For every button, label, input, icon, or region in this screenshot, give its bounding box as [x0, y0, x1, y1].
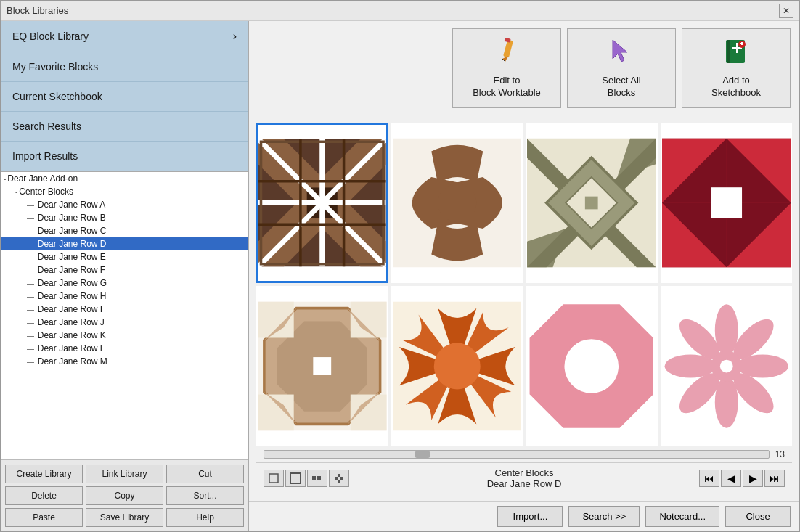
tree-item-row-d[interactable]: — Dear Jane Row D: [1, 237, 248, 250]
sidebar-item-label: EQ Block Library: [12, 30, 89, 42]
tree-item-dear-jane-addon[interactable]: - Dear Jane Add-on: [1, 172, 248, 185]
sidebar-item-search-results[interactable]: Search Results: [1, 112, 248, 142]
expand-icon: —: [27, 306, 36, 314]
block-cell-3[interactable]: [526, 123, 658, 283]
scrollbar-track[interactable]: [264, 450, 770, 459]
block-cell-8[interactable]: [661, 286, 793, 446]
tree-item-label: Dear Jane Row E: [38, 252, 106, 262]
svg-rect-0: [503, 39, 513, 57]
expand-icon: —: [27, 227, 36, 235]
nav-prev-button[interactable]: ◀: [721, 470, 741, 487]
search-button[interactable]: Search >>: [568, 506, 640, 527]
sidebar-tree: - Dear Jane Add-on- Center Blocks— Dear …: [1, 171, 248, 459]
sidebar-item-label: Import Results: [12, 150, 78, 162]
cut-button[interactable]: Cut: [166, 465, 244, 483]
svg-rect-86: [338, 480, 340, 483]
nav-last-button[interactable]: ⏭: [764, 470, 785, 487]
scrollbar-thumb[interactable]: [415, 451, 430, 458]
link-library-button[interactable]: Link Library: [86, 465, 163, 483]
bottom-bar: Import... Search >> Notecard... Close: [249, 501, 799, 531]
view-info-row: Center Blocks Dear Jane Row D ⏮ ◀ ▶ ⏭: [256, 462, 792, 494]
import-button[interactable]: Import...: [497, 506, 563, 527]
help-button[interactable]: Help: [166, 508, 244, 527]
delete-button[interactable]: Delete: [5, 486, 83, 505]
block-cell-5[interactable]: [256, 286, 388, 446]
tree-item-row-i[interactable]: — Dear Jane Row I: [1, 303, 248, 316]
create-library-button[interactable]: Create Library: [5, 465, 83, 483]
titlebar: Block Libraries ✕: [1, 1, 799, 21]
tree-item-label: Dear Jane Row D: [38, 239, 107, 249]
tree-item-label: Dear Jane Row G: [38, 278, 107, 288]
svg-rect-8: [736, 43, 738, 53]
view-xlarge-button[interactable]: [329, 470, 349, 487]
tree-item-row-l[interactable]: — Dear Jane Row L: [1, 342, 248, 355]
save-library-button[interactable]: Save Library: [86, 508, 163, 527]
sort-button[interactable]: Sort...: [166, 486, 244, 505]
view-large-button[interactable]: [307, 470, 327, 487]
block-cell-1[interactable]: [256, 123, 388, 283]
tree-item-label: Dear Jane Row K: [38, 330, 106, 340]
tree-item-row-e[interactable]: — Dear Jane Row E: [1, 250, 248, 263]
pencil-icon: [492, 37, 521, 70]
tree-item-label: Dear Jane Row A: [38, 200, 105, 210]
block-grid: [256, 123, 792, 446]
svg-rect-80: [290, 473, 301, 483]
expand-icon: —: [27, 240, 36, 248]
block-category: Center Blocks: [355, 467, 693, 478]
sidebar-item-current-sketchbook[interactable]: Current Sketchbook: [1, 82, 248, 112]
view-size-buttons: [264, 470, 349, 487]
tree-item-row-h[interactable]: — Dear Jane Row H: [1, 290, 248, 303]
svg-rect-81: [312, 476, 316, 480]
tree-item-row-m[interactable]: — Dear Jane Row M: [1, 355, 248, 368]
close-button[interactable]: Close: [725, 506, 791, 527]
page-number: 13: [775, 449, 785, 459]
svg-rect-79: [269, 474, 278, 483]
svg-marker-4: [613, 40, 627, 62]
expand-icon: —: [27, 292, 36, 300]
tree-item-row-f[interactable]: — Dear Jane Row F: [1, 263, 248, 277]
tree-item-center-blocks[interactable]: - Center Blocks: [1, 185, 248, 198]
svg-rect-45: [711, 187, 742, 218]
sidebar-item-my-favorite-blocks[interactable]: My Favorite Blocks: [1, 52, 248, 82]
expand-icon: —: [27, 201, 36, 209]
view-small-button[interactable]: [264, 470, 284, 487]
scrollbar-row: 13: [256, 446, 792, 462]
sidebar-item-label: My Favorite Blocks: [12, 61, 98, 73]
svg-rect-2: [505, 37, 511, 42]
tree-item-label: Dear Jane Row C: [38, 226, 107, 236]
add-to-sketchbook-button[interactable]: Add toSketchbook: [682, 28, 791, 108]
content-area: Edit toBlock Worktable Select AllBlocks: [249, 21, 799, 531]
close-window-button[interactable]: ✕: [779, 4, 793, 18]
select-all-blocks-button[interactable]: Select AllBlocks: [567, 28, 676, 108]
block-grid-container: 13: [249, 115, 799, 501]
tree-item-row-g[interactable]: — Dear Jane Row G: [1, 277, 248, 290]
expand-icon: —: [27, 345, 36, 353]
select-all-blocks-label: Select AllBlocks: [602, 75, 640, 99]
nav-first-button[interactable]: ⏮: [699, 470, 719, 487]
block-cell-4[interactable]: [661, 123, 793, 283]
block-cell-2[interactable]: [391, 123, 523, 283]
tree-item-row-k[interactable]: — Dear Jane Row K: [1, 329, 248, 342]
sidebar-item-import-results[interactable]: Import Results: [1, 142, 248, 171]
sidebar-bottom-buttons: Create Library Link Library Cut Delete C…: [1, 459, 248, 531]
tree-item-row-c[interactable]: — Dear Jane Row C: [1, 224, 248, 237]
block-libraries-window: Block Libraries ✕ EQ Block Library › My …: [0, 0, 800, 532]
sidebar-item-label: Search Results: [12, 120, 81, 132]
sidebar-item-eq-block-library[interactable]: EQ Block Library ›: [1, 21, 248, 52]
block-cell-7[interactable]: [526, 286, 658, 446]
svg-rect-82: [317, 476, 321, 480]
nav-next-button[interactable]: ▶: [743, 470, 763, 487]
copy-button[interactable]: Copy: [86, 486, 163, 505]
tree-item-row-b[interactable]: — Dear Jane Row B: [1, 211, 248, 224]
expand-icon: —: [27, 214, 36, 222]
expand-icon: —: [27, 253, 36, 261]
tree-item-row-j[interactable]: — Dear Jane Row J: [1, 316, 248, 329]
tree-item-row-a[interactable]: — Dear Jane Row A: [1, 198, 248, 211]
block-cell-6[interactable]: [391, 286, 523, 446]
tree-item-label: Dear Jane Row I: [38, 304, 102, 314]
notecard-button[interactable]: Notecard...: [645, 506, 719, 527]
sidebar: EQ Block Library › My Favorite Blocks Cu…: [1, 21, 249, 531]
paste-button[interactable]: Paste: [5, 508, 83, 527]
view-medium-button[interactable]: [285, 470, 306, 487]
edit-to-block-worktable-button[interactable]: Edit toBlock Worktable: [452, 28, 561, 108]
